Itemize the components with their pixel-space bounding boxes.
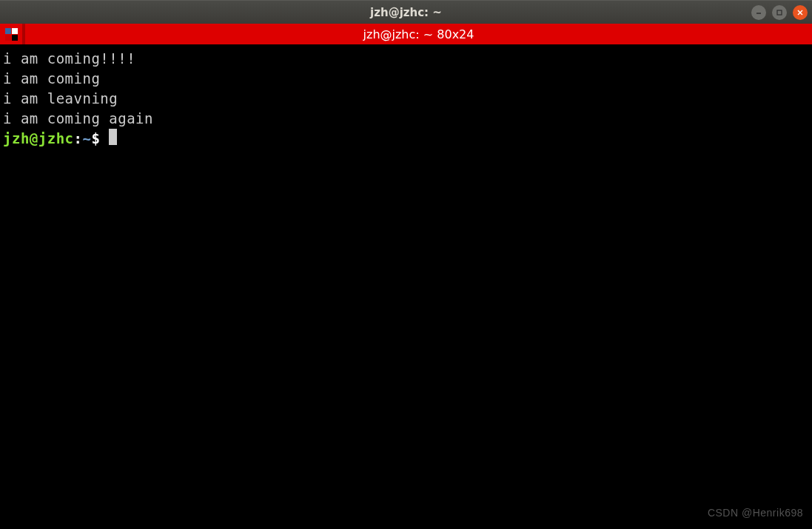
grid-icon: [5, 28, 18, 41]
prompt-path: ~: [82, 130, 91, 146]
minimize-button[interactable]: [751, 5, 766, 20]
maximize-button[interactable]: [772, 5, 787, 20]
close-button[interactable]: [793, 5, 808, 20]
window-titlebar: jzh@jzhc: ~: [0, 0, 812, 24]
tab-label: jzh@jzhc: ~ 80x24: [363, 27, 474, 41]
terminal-viewport[interactable]: i am coming!!!! i am coming i am leavnin…: [0, 44, 812, 529]
terminal-tab-active[interactable]: jzh@jzhc: ~ 80x24: [25, 24, 812, 44]
cursor-icon: [109, 129, 117, 145]
terminal-output-line: i am coming: [3, 69, 809, 89]
watermark-text: CSDN @Henrik698: [708, 503, 803, 523]
terminal-prompt-line: jzh@jzhc:~$: [3, 129, 809, 149]
window-controls: [751, 5, 808, 20]
prompt-colon: :: [74, 130, 83, 146]
terminal-tab-bar: jzh@jzhc: ~ 80x24: [0, 24, 812, 44]
svg-rect-1: [777, 10, 782, 15]
prompt-symbol: $: [91, 130, 109, 146]
window-title: jzh@jzhc: ~: [370, 6, 442, 19]
minimize-icon: [755, 9, 762, 16]
terminal-output-line: i am leavning: [3, 89, 809, 109]
terminator-app-icon[interactable]: [0, 24, 22, 44]
terminal-output-line: i am coming again: [3, 109, 809, 129]
close-icon: [796, 9, 804, 16]
maximize-icon: [776, 9, 783, 16]
terminal-output-line: i am coming!!!!: [3, 49, 809, 69]
prompt-user-host: jzh@jzhc: [3, 130, 74, 146]
